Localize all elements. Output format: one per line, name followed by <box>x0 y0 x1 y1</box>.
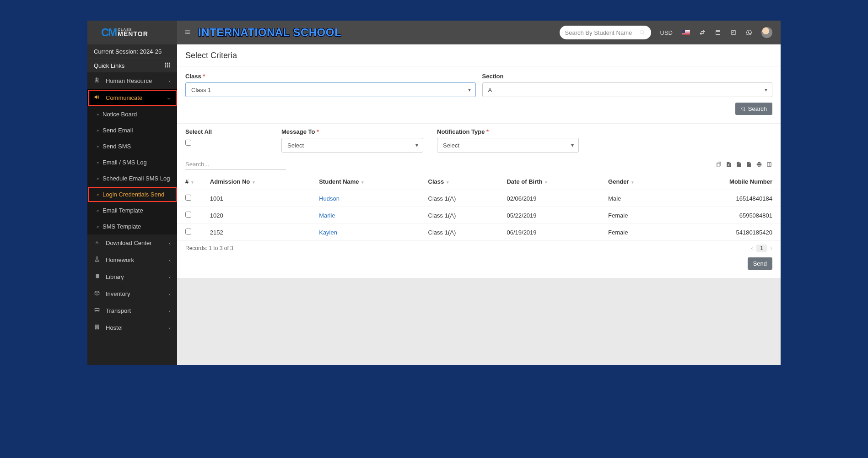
cell-dob: 05/22/2019 <box>498 207 600 224</box>
page-current: 1 <box>756 245 767 252</box>
currency-selector[interactable]: USD <box>660 29 673 36</box>
excel-icon[interactable] <box>726 161 732 168</box>
logo[interactable]: CM CLASSMENTOR <box>87 21 177 44</box>
cell-admission: 2152 <box>202 224 311 241</box>
flag-icon[interactable] <box>682 30 690 35</box>
chevron-left-icon: ‹ <box>169 78 171 84</box>
class-select[interactable]: Class 1 <box>185 82 476 97</box>
records-text: Records: 1 to 3 of 3 <box>185 245 233 251</box>
quick-links[interactable]: Quick Links <box>87 59 177 72</box>
sidebar-subitem-schedule-email-sms-log[interactable]: »Schedule Email SMS Log <box>87 170 177 186</box>
sidebar-subitem-email-template[interactable]: »Email Template <box>87 202 177 218</box>
sidebar-subitem-label: Send Email <box>102 127 133 134</box>
chevron-left-icon: ‹ <box>169 274 171 280</box>
sidebar-subitem-notice-board[interactable]: »Notice Board <box>87 106 177 122</box>
chevron-left-icon: ‹ <box>169 291 171 297</box>
search-button[interactable]: Search <box>735 103 772 115</box>
page-next[interactable]: › <box>771 245 772 251</box>
csv-icon[interactable] <box>736 161 742 168</box>
sidebar-subitem-label: Email / SMS Log <box>102 159 147 166</box>
sidebar-item-transport[interactable]: Transport‹ <box>87 302 177 319</box>
col-hash[interactable]: # ▾ <box>177 174 202 190</box>
sidebar-item-label: Transport <box>106 307 131 314</box>
sidebar-subitem-email-sms-log[interactable]: »Email / SMS Log <box>87 154 177 170</box>
sidebar-item-label: Inventory <box>106 290 130 297</box>
col-dob[interactable]: Date of Birth ▾ <box>498 174 600 190</box>
avatar[interactable] <box>761 27 772 38</box>
logo-text: CLASSMENTOR <box>118 28 148 37</box>
double-chevron-icon: » <box>97 128 99 133</box>
sidebar-item-communicate[interactable]: Communicate⌄ <box>87 89 177 106</box>
sidebar-item-hostel[interactable]: Hostel‹ <box>87 319 177 336</box>
chevron-down-icon: ⌄ <box>167 95 171 101</box>
col-gender[interactable]: Gender ▾ <box>600 174 675 190</box>
row-checkbox[interactable] <box>185 229 191 234</box>
message-to-select[interactable]: Select <box>281 138 423 153</box>
table-row: 1001HudsonClass 1(A)02/06/2019Male165148… <box>177 190 781 207</box>
section-select[interactable]: A <box>482 82 773 97</box>
notification-type-select[interactable]: Select <box>437 138 579 153</box>
box-icon <box>94 290 102 298</box>
students-table: # ▾ Admission No ▾ Student Name ▾ Class … <box>177 174 781 241</box>
student-link[interactable]: Marlie <box>319 212 335 219</box>
whatsapp-icon[interactable] <box>746 29 752 36</box>
pdf-icon[interactable] <box>746 161 752 168</box>
cell-mobile: 16514840184 <box>675 190 781 207</box>
select-all-label: Select All <box>185 128 268 135</box>
double-chevron-icon: » <box>97 192 99 197</box>
row-checkbox[interactable] <box>185 212 191 218</box>
sidebar-item-label: Communicate <box>106 94 142 101</box>
col-class[interactable]: Class ▾ <box>420 174 499 190</box>
student-link[interactable]: Kaylen <box>319 229 337 236</box>
sidebar-item-homework[interactable]: Homework‹ <box>87 251 177 268</box>
row-checkbox[interactable] <box>185 195 191 201</box>
content: Select Criteria Class * Class 1 Section … <box>177 44 781 365</box>
sidebar-subitem-login-credentials-send[interactable]: »Login Credentials Send <box>87 186 177 202</box>
student-search-input[interactable] <box>565 29 639 36</box>
col-name[interactable]: Student Name ▾ <box>311 174 420 190</box>
chevron-left-icon: ‹ <box>169 240 171 246</box>
chevron-left-icon: ‹ <box>169 257 171 263</box>
swap-icon[interactable] <box>699 29 706 36</box>
col-admission[interactable]: Admission No ▾ <box>202 174 311 190</box>
sidebar-item-library[interactable]: Library‹ <box>87 268 177 285</box>
sidebar-item-download-center[interactable]: Download Center‹ <box>87 234 177 251</box>
copy-icon[interactable] <box>716 161 722 168</box>
page-prev[interactable]: ‹ <box>751 245 753 251</box>
menu-toggle-icon[interactable] <box>177 29 198 37</box>
columns-icon[interactable] <box>766 161 772 168</box>
send-button[interactable]: Send <box>748 257 772 270</box>
session-label: Current Session: 2024-25 <box>87 44 177 59</box>
double-chevron-icon: » <box>97 176 99 181</box>
student-search <box>560 26 651 39</box>
table-search-input[interactable] <box>185 159 286 170</box>
building-icon <box>94 324 102 332</box>
topbar: CM CLASSMENTOR INTERNATIONAL SCHOOL USD <box>87 21 781 44</box>
cell-gender: Female <box>600 224 675 241</box>
cell-gender: Female <box>600 207 675 224</box>
search-icon[interactable] <box>639 29 646 36</box>
double-chevron-icon: » <box>97 224 99 229</box>
sidebar-item-label: Homework <box>106 256 134 263</box>
sitemap-icon <box>94 77 102 85</box>
cell-mobile: 54180185420 <box>675 224 781 241</box>
sidebar-subitem-send-sms[interactable]: »Send SMS <box>87 138 177 154</box>
sidebar: Current Session: 2024-25 Quick Links Hum… <box>87 44 177 365</box>
sidebar-subitem-sms-template[interactable]: »SMS Template <box>87 218 177 234</box>
cell-class: Class 1(A) <box>420 190 499 207</box>
cell-dob: 06/19/2019 <box>498 224 600 241</box>
class-label: Class * <box>185 73 476 80</box>
sidebar-item-inventory[interactable]: Inventory‹ <box>87 285 177 302</box>
calendar-icon[interactable] <box>715 29 721 36</box>
double-chevron-icon: » <box>97 112 99 117</box>
student-link[interactable]: Hudson <box>319 195 340 202</box>
notification-type-label: Notification Type * <box>437 128 579 135</box>
col-mobile[interactable]: Mobile Number <box>675 174 781 190</box>
select-all-checkbox[interactable] <box>185 140 191 146</box>
sidebar-subitem-send-email[interactable]: »Send Email <box>87 122 177 138</box>
sidebar-item-human-resource[interactable]: Human Resource‹ <box>87 72 177 89</box>
bullhorn-icon <box>94 94 102 102</box>
cell-class: Class 1(A) <box>420 207 499 224</box>
print-icon[interactable] <box>756 161 762 168</box>
task-check-icon[interactable] <box>730 29 737 36</box>
